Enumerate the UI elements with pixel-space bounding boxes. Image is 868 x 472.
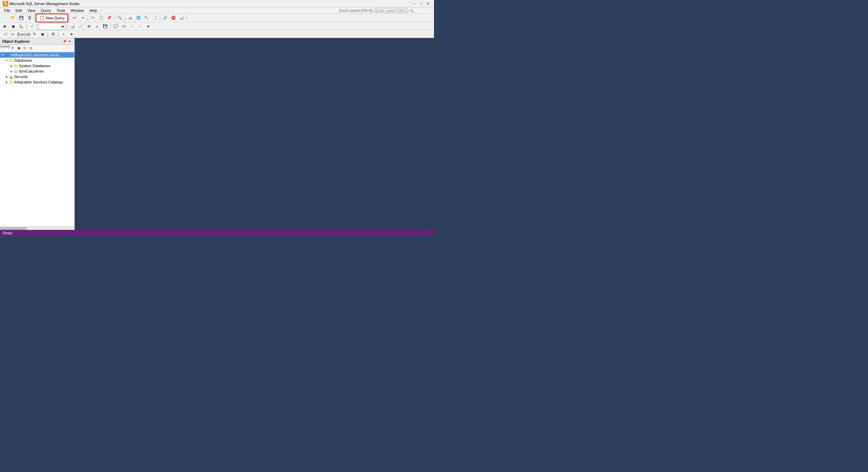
results-to-file-button[interactable]: 💾 — [101, 23, 109, 30]
decrease-indent-button[interactable]: ← — [136, 23, 144, 30]
tree-item-security[interactable]: ▶ 🔒 Security — [0, 74, 74, 79]
lower-toolbar: ◁ ▷ Execute ↻ ⏹ ⊞ + ▼ — [0, 31, 434, 38]
undo-button[interactable]: ↩ — [71, 14, 78, 22]
separator-sql3 — [67, 23, 68, 29]
disconnect-button[interactable]: ⛔ — [170, 14, 177, 22]
database-selector[interactable] — [39, 23, 66, 30]
ibriscalc-expander: ▶ — [10, 69, 14, 73]
include-client-statistics-button[interactable]: 📈 — [77, 23, 84, 30]
sep-lower2 — [29, 31, 29, 37]
object-explorer-tree: ▼ 🖥 mfdbqprod01.database.windows.net (SQ… — [0, 52, 74, 227]
options-button[interactable]: ▼ — [145, 23, 152, 30]
refresh-button[interactable]: ↻ — [31, 31, 38, 38]
integration-services-label: Integration Services Catalogs — [14, 80, 63, 84]
oe-collapse-button[interactable]: ⊟ — [28, 45, 34, 51]
object-explorer-button[interactable]: 🌐 — [135, 14, 142, 22]
parse-button[interactable]: ✓ — [28, 23, 36, 30]
tree-item-system-databases[interactable]: ▶ 📁 System Databases — [0, 63, 74, 68]
debug-button[interactable]: 🐛 — [18, 23, 25, 30]
separator4 — [114, 15, 115, 21]
quick-launch-input[interactable] — [374, 8, 408, 13]
quick-launch-label: Quick Launch (Ctrl+Q) — [339, 9, 373, 13]
search-button[interactable]: 🔍 — [116, 14, 124, 22]
separator2 — [69, 15, 69, 21]
save-button[interactable]: 💾 — [18, 14, 25, 22]
minimize-button[interactable]: ─ — [411, 1, 418, 7]
window-title: Microsoft SQL Server Management Studio — [10, 2, 411, 6]
show-hide-button[interactable]: ⊞ — [49, 31, 57, 38]
include-actual-plan-button[interactable]: 📊 — [69, 23, 76, 30]
connect-button[interactable]: 🔗 — [162, 14, 169, 22]
separator-sql2 — [37, 23, 37, 29]
open-button[interactable]: 📂 — [10, 14, 17, 22]
tree-item-integration-services[interactable]: ▶ 📁 Integration Services Catalogs — [0, 79, 74, 85]
sep-lower4 — [58, 31, 58, 37]
menu-edit[interactable]: Edit — [13, 8, 25, 13]
properties-button[interactable]: 🔧 — [143, 14, 150, 22]
forward-button[interactable]: ▷ — [10, 31, 17, 38]
close-button[interactable]: ✕ — [424, 1, 431, 7]
object-explorer-toolbar: Connect ▾ ▼ ⏹ ↻ ⊟ — [0, 45, 74, 52]
execute-button[interactable]: ▶ — [1, 23, 9, 30]
databases-icon: 📁 — [9, 58, 14, 63]
oe-close-button[interactable]: ✕ — [68, 39, 72, 44]
comment-button[interactable]: 💬 — [112, 23, 119, 30]
results-to-grid-button[interactable]: ⊞ — [85, 23, 93, 30]
oe-refresh-button[interactable]: ↻ — [22, 45, 27, 51]
tree-item-ibriscalculeren[interactable]: ▶ 🗃 IbrisCalculeren — [0, 68, 74, 74]
addto-button[interactable]: + — [60, 31, 67, 38]
separator6 — [160, 15, 160, 21]
tree-item-server[interactable]: ▼ 🖥 mfdbqprod01.database.windows.net (SQ… — [0, 52, 74, 58]
template-explorer-button[interactable]: 📑 — [151, 14, 158, 22]
menu-file[interactable]: File — [1, 8, 13, 13]
separator7 — [187, 15, 187, 21]
stop-button[interactable]: ⏹ — [10, 23, 17, 30]
oe-stop-button[interactable]: ⏹ — [16, 45, 21, 51]
increase-indent-button[interactable]: → — [128, 23, 136, 30]
title-bar: S Microsoft SQL Server Management Studio… — [0, 0, 434, 7]
results-to-text-button[interactable]: ≡ — [93, 23, 101, 30]
integration-expander: ▶ — [5, 80, 9, 84]
menu-help[interactable]: Help — [87, 8, 100, 13]
object-explorer-title: Object Explorer — [2, 39, 30, 43]
main-content: Object Explorer 📌 ✕ Connect ▾ ▼ ⏹ ↻ ⊟ ▼ … — [0, 38, 434, 230]
solution-explorer-button[interactable]: 🗂 — [127, 14, 134, 22]
oe-filter-button[interactable]: ▼ — [10, 45, 15, 51]
paste-button[interactable]: 📌 — [106, 14, 113, 22]
oe-scroll-thumb — [0, 227, 27, 230]
save-all-button[interactable]: 🗄 — [26, 14, 33, 22]
object-explorer-controls: 📌 ✕ — [62, 39, 72, 44]
oe-connect-button[interactable]: Connect ▾ — [1, 45, 7, 51]
back-button[interactable]: ◁ — [1, 31, 9, 38]
databases-expander: ▼ — [5, 58, 9, 62]
standard-toolbar: 📄 📂 💾 🗄 📋 New Query ↩ ↪ ✂ 📋 📌 🔍 🗂 🌐 🔧 📑 … — [0, 14, 434, 22]
redo-button[interactable]: ↪ — [79, 14, 86, 22]
menu-view[interactable]: View — [25, 8, 38, 13]
dropdown-arrow[interactable]: ▼ — [68, 31, 75, 38]
server-label: mfdbqprod01.database.windows.net (SQL Se… — [10, 53, 64, 57]
cut-button[interactable]: ✂ — [89, 14, 97, 22]
execute-lower-button[interactable]: Execute — [20, 31, 27, 38]
system-databases-label: System Databases — [19, 64, 50, 68]
tree-item-databases[interactable]: ▼ 📁 Databases — [0, 58, 74, 63]
new-query-label: New Query — [46, 16, 64, 20]
oe-horizontal-scroll[interactable] — [0, 227, 74, 230]
object-explorer-header: Object Explorer 📌 ✕ — [0, 38, 74, 45]
new-file-button[interactable]: 📄 — [1, 14, 9, 22]
stop-lower-button[interactable]: ⏹ — [39, 31, 46, 38]
registered-servers-button[interactable]: 📊 — [178, 14, 185, 22]
status-bar: Ready — [0, 230, 434, 236]
new-query-icon: 📋 — [39, 15, 45, 20]
uncomment-button[interactable]: 🗨 — [120, 23, 128, 30]
copy-button[interactable]: 📋 — [97, 14, 105, 22]
status-ready-label: Ready — [3, 231, 13, 235]
app-icon: S — [3, 1, 8, 6]
new-query-button[interactable]: 📋 New Query — [36, 14, 68, 22]
menu-query[interactable]: Query — [38, 8, 54, 13]
menu-window[interactable]: Window — [68, 8, 87, 13]
maximize-button[interactable]: □ — [418, 1, 424, 7]
menu-tools[interactable]: Tools — [54, 8, 68, 13]
databases-label: Databases — [14, 58, 32, 62]
search-icon: 🔍 — [410, 9, 414, 13]
oe-pin-button[interactable]: 📌 — [62, 39, 67, 44]
